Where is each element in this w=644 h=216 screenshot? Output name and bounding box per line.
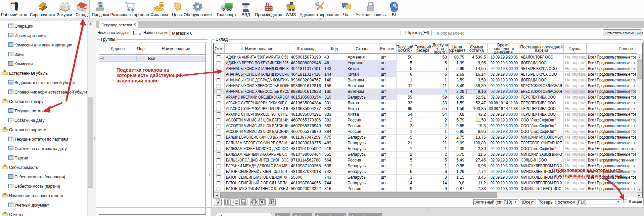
svg-text:3: 3 — [233, 203, 234, 205]
svg-text:90: 90 — [12, 3, 14, 5]
